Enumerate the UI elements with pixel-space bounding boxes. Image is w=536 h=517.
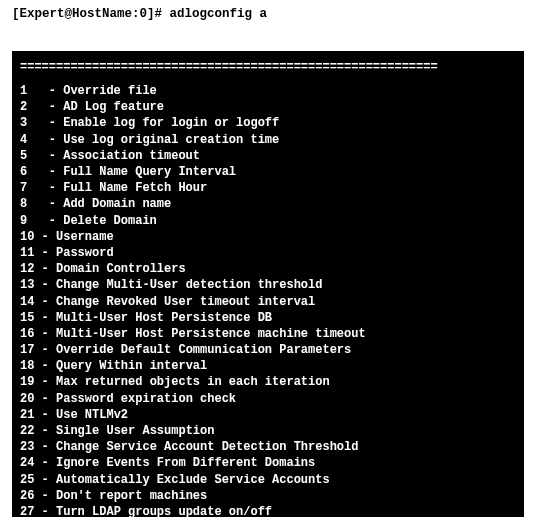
terminal-window: ========================================… (12, 51, 524, 517)
shell-command-line: [Expert@HostName:0]# adlogconfig a (12, 6, 524, 23)
menu-item: 3 - Enable log for login or logoff (20, 115, 516, 131)
menu-item: 27 - Turn LDAP groups update on/off (20, 504, 516, 517)
menu-item: 1 - Override file (20, 83, 516, 99)
menu-item: 7 - Full Name Fetch Hour (20, 180, 516, 196)
menu-item: 21 - Use NTLMv2 (20, 407, 516, 423)
menu-item: 12 - Domain Controllers (20, 261, 516, 277)
menu-item: 14 - Change Revoked User timeout interva… (20, 294, 516, 310)
menu-item: 10 - Username (20, 229, 516, 245)
menu-item: 17 - Override Default Communication Para… (20, 342, 516, 358)
menu-item: 6 - Full Name Query Interval (20, 164, 516, 180)
menu-item: 26 - Don't report machines (20, 488, 516, 504)
menu-item: 24 - Ignore Events From Different Domain… (20, 455, 516, 471)
shell-area: [Expert@HostName:0]# adlogconfig a (0, 0, 536, 29)
menu-item: 23 - Change Service Account Detection Th… (20, 439, 516, 455)
menu-item: 5 - Association timeout (20, 148, 516, 164)
menu-item: 13 - Change Multi-User detection thresho… (20, 277, 516, 293)
menu-item: 18 - Query Within interval (20, 358, 516, 374)
menu-item: 4 - Use log original creation time (20, 132, 516, 148)
separator-line: ========================================… (20, 59, 516, 75)
menu-item: 8 - Add Domain name (20, 196, 516, 212)
menu-item: 15 - Multi-User Host Persistence DB (20, 310, 516, 326)
menu-item: 22 - Single User Assumption (20, 423, 516, 439)
menu-item: 20 - Password expiration check (20, 391, 516, 407)
menu-item: 9 - Delete Domain (20, 213, 516, 229)
menu-item: 25 - Automatically Exclude Service Accou… (20, 472, 516, 488)
menu-item: 11 - Password (20, 245, 516, 261)
menu-item: 2 - AD Log feature (20, 99, 516, 115)
menu-item: 19 - Max returned objects in each iterat… (20, 374, 516, 390)
menu-item: 16 - Multi-User Host Persistence machine… (20, 326, 516, 342)
menu-list: 1 - Override file 2 - AD Log feature 3 -… (20, 83, 516, 517)
